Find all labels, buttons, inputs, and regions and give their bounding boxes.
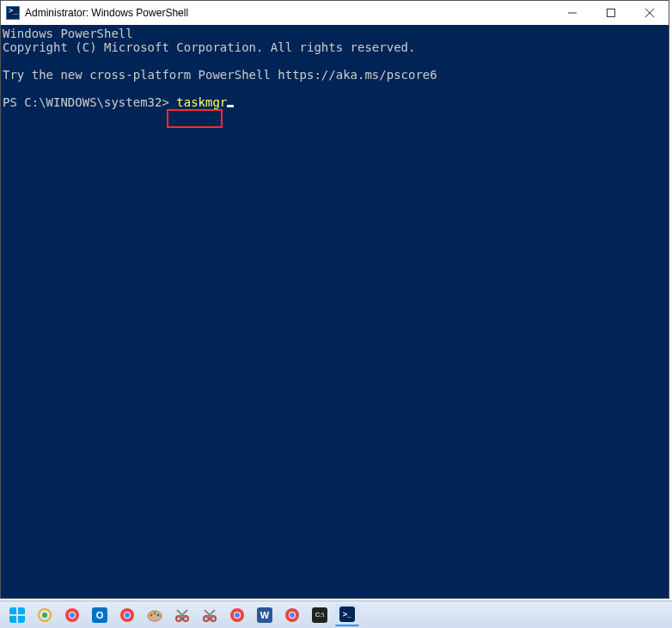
- svg-point-9: [42, 613, 47, 618]
- terminal-banner-line3: Try the new cross-platform PowerShell ht…: [3, 68, 437, 82]
- svg-point-18: [154, 612, 156, 614]
- taskbar-cmd-icon[interactable]: C:\: [308, 604, 332, 626]
- svg-rect-1: [607, 9, 614, 17]
- taskbar[interactable]: O W C:\ >_: [0, 601, 672, 628]
- taskbar-meet-icon[interactable]: [33, 604, 57, 626]
- maximize-button[interactable]: [591, 1, 630, 25]
- annotation-highlight-box: [167, 109, 223, 128]
- svg-rect-6: [9, 616, 16, 623]
- terminal-banner-line1: Windows PowerShell: [3, 27, 133, 40]
- cursor-icon: [227, 105, 234, 107]
- svg-rect-4: [9, 607, 16, 614]
- minimize-button[interactable]: [553, 1, 591, 25]
- svg-point-30: [235, 613, 240, 618]
- terminal-command: taskmgr: [176, 95, 227, 109]
- taskbar-chrome-icon[interactable]: [60, 604, 84, 626]
- taskbar-chrome3-icon[interactable]: [225, 604, 249, 626]
- svg-rect-5: [18, 607, 25, 614]
- svg-point-12: [70, 613, 75, 618]
- terminal-area[interactable]: Windows PowerShell Copyright (C) Microso…: [1, 25, 669, 598]
- close-button[interactable]: [630, 1, 669, 25]
- taskbar-snip2-icon[interactable]: [198, 604, 222, 626]
- svg-point-15: [125, 613, 130, 618]
- powershell-icon: [6, 6, 20, 20]
- taskbar-start-button[interactable]: [5, 604, 29, 626]
- powershell-window: Administrator: Windows PowerShell Window…: [0, 0, 669, 599]
- window-title: Administrator: Windows PowerShell: [25, 7, 188, 19]
- taskbar-chrome2-icon[interactable]: [115, 604, 139, 626]
- taskbar-word-icon[interactable]: W: [253, 604, 277, 626]
- taskbar-powershell-icon[interactable]: >_: [335, 604, 359, 626]
- titlebar[interactable]: Administrator: Windows PowerShell: [1, 1, 669, 25]
- terminal-banner-line2: Copyright (C) Microsoft Corporation. All…: [3, 40, 415, 54]
- taskbar-outlook-icon[interactable]: O: [88, 604, 112, 626]
- svg-point-33: [290, 613, 295, 618]
- taskbar-snip-icon[interactable]: [170, 604, 194, 626]
- svg-rect-7: [18, 616, 25, 623]
- window-controls: [553, 1, 669, 25]
- svg-point-19: [157, 613, 160, 616]
- taskbar-chrome4-icon[interactable]: [280, 604, 304, 626]
- terminal-prompt: PS C:\WINDOWS\system32>: [3, 95, 176, 109]
- taskbar-paint-icon[interactable]: [143, 604, 167, 626]
- svg-point-17: [150, 613, 153, 616]
